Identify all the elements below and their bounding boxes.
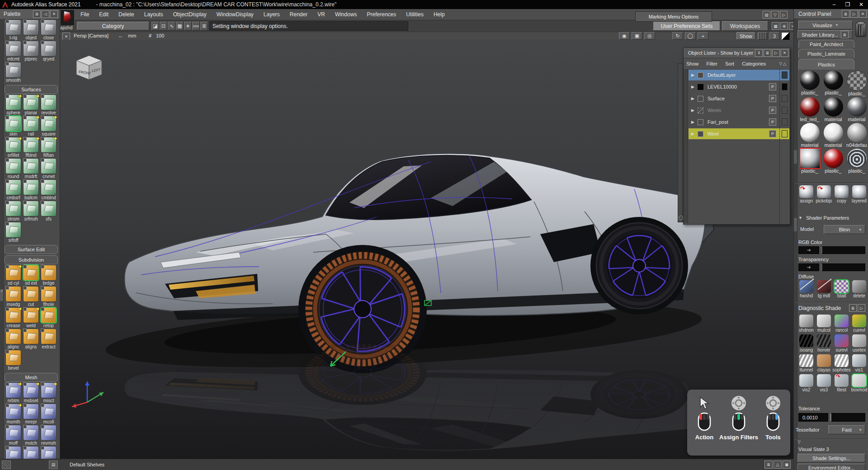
mask-icon[interactable]: ◪ (151, 22, 159, 30)
sort-toggle-icons[interactable]: ▽△ (779, 61, 787, 66)
diag-sophotes[interactable]: sophotes (833, 354, 850, 372)
lister-menu-sort[interactable]: Sort (725, 61, 734, 66)
minimize-button[interactable]: – (827, 0, 841, 9)
shader-swatch[interactable]: plastic_ (798, 149, 821, 174)
tool-sphere[interactable]: ➜ sphere (5, 95, 22, 115)
menu-windows[interactable]: Windows (330, 11, 362, 18)
tool-moff[interactable]: moff (5, 425, 22, 446)
shader-swatch[interactable]: plastic_ (821, 70, 845, 96)
diag-rancol[interactable]: rancol (833, 315, 850, 333)
marking-item-action[interactable]: Action (688, 394, 721, 456)
layer-visibility-checkbox[interactable] (698, 96, 703, 102)
maximize-button[interactable]: ❐ (841, 0, 854, 9)
model-dropdown[interactable]: Blinn▼ (824, 225, 865, 234)
expander-icon[interactable]: ▶ (691, 85, 694, 89)
pick-box-icon[interactable]: ⊡ (160, 22, 167, 30)
diag-shdnon[interactable]: shdnon (797, 315, 815, 333)
tessellator-dropdown[interactable]: Fast▼ (828, 425, 865, 434)
video-camera-icon[interactable]: ▣ (632, 32, 642, 40)
tool-crvnet[interactable]: crvnet (40, 159, 57, 179)
view-cube[interactable]: FRONT LEFT (71, 52, 107, 81)
list-icon[interactable]: ≣ (842, 10, 849, 18)
tool-ffblnd[interactable]: ➜ ffblnd (22, 137, 40, 158)
shader-swatch[interactable]: led_red_ (798, 97, 821, 122)
shader-action-copy[interactable]: copy (833, 185, 850, 203)
diag-ltunnel[interactable]: ltunnel (797, 354, 815, 372)
menu-file[interactable]: File (75, 11, 94, 18)
expand-icon[interactable]: ▷ (780, 11, 788, 19)
tool-retop[interactable]: retop (40, 308, 57, 328)
layer-visibility-checkbox[interactable] (698, 119, 703, 125)
tool-ptprec[interactable]: ptprec (22, 41, 40, 61)
tool-srfmsh[interactable]: srfmsh (22, 201, 40, 221)
menu-layouts[interactable]: Layouts (139, 11, 168, 18)
shader-swatch[interactable]: material (845, 97, 868, 122)
tool-mrepr[interactable]: mrepr (22, 404, 40, 424)
list-icon[interactable]: ≣ (764, 461, 773, 469)
shader-swatch[interactable]: n04defau (845, 123, 868, 148)
close-prompt-icon[interactable]: ✕ (62, 33, 70, 40)
frame-view-icon[interactable]: ◯ (685, 32, 696, 40)
tool-extract[interactable]: extract (40, 329, 57, 349)
shader-action-layered[interactable]: layered (850, 185, 868, 203)
collapse-chevron-icon[interactable]: ▽ (797, 440, 801, 444)
workspaces-button[interactable]: Workspaces (722, 21, 768, 31)
tab-plastics[interactable]: Plastics (798, 59, 854, 70)
tool-mstch[interactable]: mstch (22, 425, 40, 446)
shader-swatch[interactable]: plastic_ (845, 70, 868, 96)
shade-hwshd[interactable]: hwshd (797, 280, 815, 298)
curve-icon[interactable]: ∿ (168, 22, 175, 30)
resize-icon[interactable]: ⇕ (755, 49, 763, 57)
surface-icon[interactable]: ▦ (176, 22, 184, 30)
lister-menu-show[interactable]: Show (686, 61, 699, 66)
diag-vis2[interactable]: vis2 (797, 374, 815, 392)
layer-row-Fari_post[interactable]: ▶ Fari_post P (689, 117, 789, 127)
tab-paint-architect[interactable]: Paint_Architect (798, 40, 854, 48)
rgb-color-button[interactable]: ➜ (798, 246, 819, 254)
list-icon[interactable]: ≣ (764, 49, 771, 57)
expander-icon[interactable]: ▶ (691, 132, 694, 136)
tool-sd-cyl[interactable]: ➜ sd cyl (5, 265, 22, 286)
shader-swatch[interactable]: plastic_ (798, 70, 821, 96)
transparency-slider[interactable] (821, 263, 865, 271)
expander-icon[interactable]: ▶ (691, 108, 694, 113)
layer-color-swatch[interactable] (782, 130, 788, 137)
diag-isoang[interactable]: isoang (797, 334, 815, 352)
layer-visibility-checkbox[interactable] (698, 72, 703, 78)
menu-windowdisplay[interactable]: WindowDisplay (212, 11, 259, 18)
tool-alignc[interactable]: alignc (5, 329, 22, 349)
tool-cut[interactable]: cut (22, 287, 40, 307)
expand-icon[interactable]: ▷ (772, 49, 780, 57)
tool-objed[interactable]: objed (22, 20, 40, 40)
palette-scrollbar[interactable]: ≣ (0, 19, 4, 459)
lister-grip[interactable] (678, 63, 683, 222)
tool-brdge[interactable]: brdge (40, 265, 57, 286)
pickable-button[interactable]: P (769, 107, 776, 114)
shade-tg-mdl[interactable]: tg mdl (815, 280, 833, 298)
layer-count-box[interactable]: 3 (769, 32, 779, 40)
show-button[interactable]: Show (736, 32, 755, 40)
shelf-tab-icon[interactable]: ▤ (49, 461, 58, 469)
layer-row-Surface[interactable]: ▶ Surface P (689, 93, 789, 104)
marking-item-tools[interactable]: Tools (756, 394, 790, 456)
menu-preferences[interactable]: Preferences (362, 11, 401, 18)
shader-parameters-section[interactable]: ▼ Shader Parameters (798, 215, 849, 221)
menu-edit[interactable]: Edit (94, 11, 113, 18)
lister-menu-filter[interactable]: Filter (707, 61, 717, 66)
layer-color-swatch[interactable] (782, 71, 788, 79)
tool-stnsm[interactable]: stnsm (5, 201, 22, 221)
shader-action-pickobjs[interactable]: ↷ pickobjs (815, 185, 833, 203)
layer-row-DefaultLayer[interactable]: ▶ DefaultLayer (689, 70, 789, 80)
tool-nrbtm[interactable]: ➜ nrbtm (5, 383, 22, 403)
diag-filest[interactable]: ↷ filest (833, 374, 850, 392)
rgb-color-slider[interactable] (821, 246, 865, 254)
shader-swatch[interactable]: material (821, 97, 845, 122)
layer-color-swatch[interactable] (782, 95, 788, 102)
tool-insedg[interactable]: insedg (5, 287, 22, 307)
marking-menu-options-button[interactable]: Marking Menu Options (635, 11, 712, 22)
shelf-grid-icon[interactable] (2, 461, 11, 469)
layer-visibility-checkbox[interactable] (698, 108, 703, 113)
pickable-button[interactable]: P (769, 95, 776, 102)
tool-rail[interactable]: ➜ rail (22, 116, 40, 136)
marking-item-assign-filters[interactable]: Assign Filters (722, 394, 755, 456)
